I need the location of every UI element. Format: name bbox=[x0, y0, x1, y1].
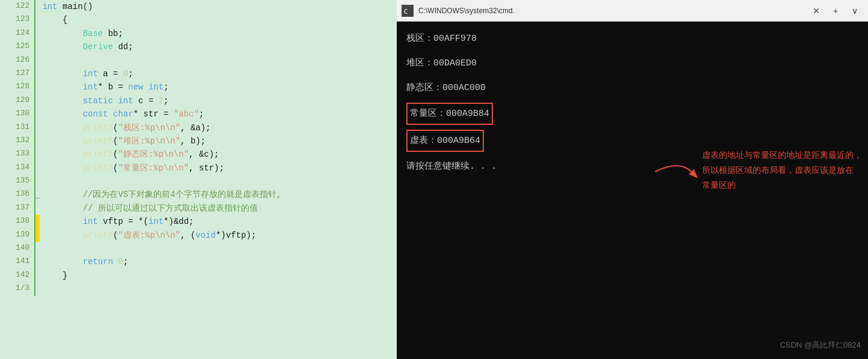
table-row: 131 printf("栈区:%p\n\n", &a); bbox=[0, 121, 396, 134]
arrow-icon bbox=[649, 154, 697, 190]
code-line: } bbox=[40, 269, 396, 282]
terminal-body: 栈区：00AFF978 堆区：00DA0ED0 静态区：000AC000 常量区… bbox=[397, 22, 868, 359]
string-literal: "常量区:%p\n\n" bbox=[118, 163, 189, 173]
line-indicator bbox=[35, 202, 40, 215]
close-button[interactable]: ✕ bbox=[808, 4, 825, 18]
keyword: int bbox=[148, 217, 164, 226]
terminal-output-line: 堆区：00DA0ED0 bbox=[406, 53, 858, 73]
code-text bbox=[108, 109, 113, 119]
terminal-controls: ✕ + ∨ bbox=[808, 4, 863, 18]
keyword: char bbox=[113, 109, 133, 119]
line-number: 124 bbox=[0, 27, 35, 40]
number: 2 bbox=[159, 96, 164, 106]
terminal-app-icon: C bbox=[402, 5, 414, 17]
code-text bbox=[42, 29, 82, 38]
line-number: 131 bbox=[0, 121, 35, 134]
terminal-window: C C:\WINDOWS\system32\cmd. ✕ + ∨ 栈区：00AF… bbox=[397, 0, 868, 359]
string-literal: "静态区:%p\n\n" bbox=[118, 149, 189, 159]
code-line: int vftp = *(int*)&dd; bbox=[40, 215, 396, 228]
line-indicator bbox=[35, 269, 40, 282]
static-address: 000AC000 bbox=[442, 83, 486, 93]
code-text bbox=[42, 123, 82, 133]
terminal-titlebar: C C:\WINDOWS\system32\cmd. ✕ + ∨ bbox=[397, 0, 868, 22]
line-number: 126 bbox=[0, 54, 35, 67]
line-number: 129 bbox=[0, 94, 35, 107]
code-text: ; bbox=[199, 109, 204, 119]
code-text bbox=[42, 163, 82, 173]
code-text bbox=[42, 69, 82, 79]
table-row: 141 return 0; bbox=[0, 255, 396, 268]
table-row: 134 printf("常量区:%p\n\n", str); bbox=[0, 161, 396, 175]
table-row: 125 Derive dd; bbox=[0, 40, 396, 53]
const-address: 000A9B84 bbox=[446, 109, 489, 119]
line-indicator: ⎯ bbox=[35, 188, 40, 201]
add-tab-button[interactable]: + bbox=[827, 4, 844, 18]
line-indicator bbox=[35, 40, 40, 53]
line-number: 122 bbox=[0, 0, 35, 13]
line-indicator bbox=[35, 27, 40, 40]
code-text: dd; bbox=[113, 42, 133, 52]
code-line: printf("虚表:%p\n\n", (void*)vftp); bbox=[40, 229, 396, 242]
line-number: 130 bbox=[0, 107, 35, 121]
code-line: printf("常量区:%p\n\n", str); bbox=[40, 161, 396, 175]
terminal-title: C:\WINDOWS\system32\cmd. bbox=[418, 7, 808, 15]
keyword: return bbox=[83, 257, 113, 267]
function-name: printf bbox=[83, 123, 113, 133]
line-indicator bbox=[35, 94, 40, 107]
line-indicator bbox=[35, 80, 40, 94]
code-text: * str = bbox=[133, 109, 174, 119]
table-row: 122 int main() bbox=[0, 0, 396, 13]
line-indicator bbox=[35, 0, 40, 13]
type-name: Base bbox=[83, 29, 103, 38]
line-indicator bbox=[35, 67, 40, 80]
code-line: printf("静态区:%p\n\n", &c); bbox=[40, 148, 396, 161]
line-number: 1/3 bbox=[0, 282, 35, 295]
line-number: 132 bbox=[0, 134, 35, 148]
keyword: int bbox=[83, 69, 98, 79]
line-indicator-yellow bbox=[35, 229, 40, 242]
svg-text:C: C bbox=[404, 8, 408, 16]
code-text: , ( bbox=[180, 231, 195, 240]
table-row: 137 // 所以可以通过以下方式取出该虚表指针的值 bbox=[0, 202, 396, 215]
code-text bbox=[42, 231, 82, 240]
code-text: ; bbox=[164, 82, 168, 92]
code-line bbox=[40, 54, 396, 67]
type-name: Derive bbox=[83, 42, 113, 52]
line-indicator bbox=[35, 148, 40, 161]
terminal-output-line: 静态区：000AC000 bbox=[406, 78, 858, 98]
code-line: int* b = new int; bbox=[40, 80, 396, 94]
keyword: int bbox=[42, 2, 57, 11]
line-indicator bbox=[35, 255, 40, 268]
code-line: const char* str = "abc"; bbox=[40, 107, 396, 121]
code-line: printf("堆区:%p\n\n", b); bbox=[40, 134, 396, 148]
code-text: main() bbox=[58, 2, 93, 11]
table-row: 135 bbox=[0, 175, 396, 188]
chevron-button[interactable]: ∨ bbox=[846, 4, 863, 18]
line-number: 137 bbox=[0, 202, 35, 215]
table-row: 140 bbox=[0, 242, 396, 255]
table-row: 136 ⎯ //因为在VS下对象的前4个字节存放的就是虚表指针, bbox=[0, 188, 396, 201]
line-indicator bbox=[35, 121, 40, 134]
line-indicator bbox=[35, 161, 40, 175]
code-text: , str); bbox=[189, 163, 224, 173]
line-number: 133 bbox=[0, 148, 35, 161]
code-line bbox=[40, 282, 396, 295]
code-text: ; bbox=[128, 69, 133, 79]
line-number: 141 bbox=[0, 255, 35, 268]
terminal-output-line: 常量区：000A9B84 bbox=[406, 103, 858, 125]
const-area-highlight: 常量区：000A9B84 bbox=[406, 103, 493, 125]
line-number: 139 bbox=[0, 229, 35, 242]
code-line bbox=[40, 175, 396, 188]
table-row: 123 { bbox=[0, 13, 396, 26]
line-number: 136 bbox=[0, 188, 35, 201]
string-literal: "虚表:%p\n\n" bbox=[118, 231, 180, 240]
collapse-icon[interactable]: ⎯ bbox=[35, 191, 40, 199]
vtable-address: 000A9B64 bbox=[437, 136, 480, 146]
code-text bbox=[42, 149, 82, 159]
table-row: 130 const char* str = "abc"; bbox=[0, 107, 396, 121]
comment-text: //因为在VS下对象的前4个字节存放的就是虚表指针, bbox=[42, 190, 281, 199]
code-text: c = bbox=[133, 96, 159, 106]
table-row: 142 } bbox=[0, 269, 396, 282]
code-text: vftp = *( bbox=[98, 217, 148, 226]
code-text: *)&dd; bbox=[164, 217, 194, 226]
